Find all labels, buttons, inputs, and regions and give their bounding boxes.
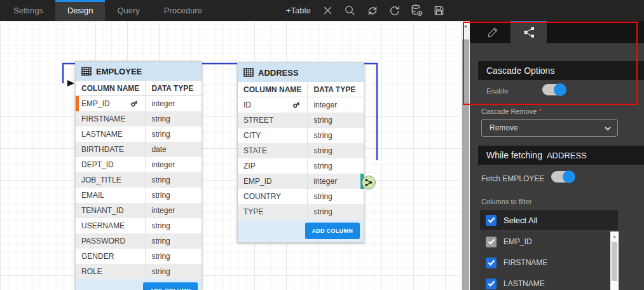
check-icon <box>488 238 495 245</box>
table-grid-icon <box>81 67 92 76</box>
fetch-employee-toggle[interactable] <box>551 171 574 183</box>
toolbar-tabs: Settings Design Query Procedure <box>1 0 214 21</box>
select-all-label: Select All <box>504 216 537 225</box>
checkbox-checked-icon[interactable] <box>486 279 497 289</box>
column-name-cell: LASTNAME <box>76 127 145 142</box>
fetching-table-name: ADDRESS <box>547 151 587 160</box>
column-name-cell: TYPE <box>238 204 307 219</box>
er-table-title[interactable]: EMPLOYEE <box>76 62 202 81</box>
scroll-up-arrow-icon[interactable]: ▲ <box>610 231 619 240</box>
table-row[interactable]: TENANT_IDinteger <box>76 203 202 218</box>
table-row[interactable]: EMAILstring <box>76 188 202 203</box>
data-type-cell: integer <box>145 96 202 111</box>
table-row[interactable]: FIRSTNAMEstring <box>76 111 202 127</box>
er-table-employee[interactable]: EMPLOYEECOLUMN NAMEDATA TYPEEMP_IDintege… <box>75 61 202 290</box>
data-type-cell: string <box>145 127 202 142</box>
data-type-header: DATA TYPE <box>307 82 364 97</box>
check-icon <box>488 280 495 287</box>
data-type-cell: string <box>307 158 364 174</box>
column-name-cell: FIRSTNAME <box>76 111 145 127</box>
enable-toggle[interactable] <box>542 84 565 95</box>
table-row[interactable]: LASTNAMEstring <box>76 127 202 142</box>
data-type-cell: integer <box>145 157 202 172</box>
filter-column-row[interactable]: LASTNAME <box>480 273 618 290</box>
filter-column-row[interactable]: FIRSTNAME <box>480 252 618 273</box>
relation-line <box>0 21 462 290</box>
relation-properties-panel: Cascade Options Enable Cascade Remove* R… <box>470 21 644 290</box>
data-type-cell: string <box>145 172 202 188</box>
table-row[interactable]: IDinteger <box>238 97 364 113</box>
table-row[interactable]: EMP_IDinteger <box>76 96 202 111</box>
tab-query[interactable]: Query <box>105 0 151 21</box>
er-table-footer: ADD COLUMN <box>76 279 202 290</box>
column-name-cell: STATE <box>238 143 307 158</box>
cascade-options-title: Cascade Options <box>486 66 554 76</box>
db-export-icon[interactable] <box>410 4 424 18</box>
table-row[interactable]: COUNTRYstring <box>238 189 364 204</box>
table-row[interactable]: EMP_IDinteger <box>238 174 364 189</box>
while-fetching-header: While fetching ADDRESS <box>478 146 644 165</box>
filter-column-label: EMP_ID <box>504 237 532 246</box>
scrollbar-thumb[interactable] <box>612 242 617 281</box>
column-name-cell: STREET <box>238 113 307 128</box>
column-name-cell: EMP_ID <box>76 96 145 111</box>
column-name-cell: PASSWORD <box>76 233 145 249</box>
filter-column-row[interactable]: EMP_ID <box>480 231 618 252</box>
filter-list-scrollbar[interactable]: ▲ <box>610 231 619 290</box>
table-row[interactable]: ROLEstring <box>76 264 202 279</box>
data-type-cell: string <box>145 188 202 203</box>
select-all-row[interactable]: Select All <box>480 210 618 230</box>
add-column-button[interactable]: ADD COLUMN <box>305 223 360 239</box>
table-row[interactable]: CITYstring <box>238 128 364 143</box>
redo-icon[interactable] <box>388 4 402 18</box>
save-icon[interactable] <box>432 4 446 18</box>
chevron-down-icon <box>604 125 612 132</box>
checkbox-checked-icon[interactable] <box>486 258 497 268</box>
columns-filter-list: Select AllEMP_IDFIRSTNAMELASTNAME <box>480 210 618 290</box>
er-table-address[interactable]: ADDRESSCOLUMN NAMEDATA TYPEIDintegerSTRE… <box>237 62 364 243</box>
scrollbar-thumb[interactable] <box>462 39 469 290</box>
column-name-cell: GENDER <box>76 249 145 264</box>
tab-edit-pencil[interactable] <box>474 21 510 43</box>
er-table-name: EMPLOYEE <box>96 67 142 76</box>
close-icon[interactable] <box>321 4 335 18</box>
data-type-cell: string <box>307 143 364 158</box>
tab-settings[interactable]: Settings <box>1 0 55 21</box>
primary-key-icon <box>291 99 303 110</box>
cascade-remove-select[interactable]: Remove <box>481 119 618 137</box>
table-row[interactable]: BIRTHDATEdate <box>76 142 202 157</box>
crows-foot-icon <box>364 178 373 187</box>
scroll-up-arrow-icon[interactable]: ▲ <box>462 21 470 30</box>
table-row[interactable]: ZIPstring <box>238 158 364 174</box>
er-table-title[interactable]: ADDRESS <box>238 63 364 82</box>
design-canvas[interactable]: EMPLOYEECOLUMN NAMEDATA TYPEEMP_IDintege… <box>0 21 462 290</box>
table-row[interactable]: DEPT_IDinteger <box>76 157 202 172</box>
table-row[interactable]: GENDERstring <box>76 249 202 264</box>
table-row[interactable]: STATEstring <box>238 143 364 158</box>
table-row[interactable]: USERNAMEstring <box>76 218 202 233</box>
tab-design[interactable]: Design <box>55 0 105 21</box>
column-name-cell: COUNTRY <box>238 189 307 204</box>
relation-endpoint-connector[interactable] <box>362 176 376 190</box>
tab-procedure[interactable]: Procedure <box>152 0 214 21</box>
table-row[interactable]: TYPEstring <box>238 204 364 219</box>
panel-scrollbar[interactable]: ▲ <box>462 21 470 290</box>
search-icon[interactable] <box>343 4 357 18</box>
checkbox-checked-icon[interactable] <box>486 215 497 226</box>
check-icon <box>488 259 495 266</box>
filter-column-label: FIRSTNAME <box>504 258 547 267</box>
relation-icon <box>523 26 535 39</box>
table-row[interactable]: PASSWORDstring <box>76 233 202 249</box>
er-column-headers: COLUMN NAMEDATA TYPE <box>238 82 364 97</box>
add-table-button[interactable]: +Table <box>286 6 311 15</box>
table-row[interactable]: STREETstring <box>238 113 364 128</box>
column-name-cell: BIRTHDATE <box>76 142 145 157</box>
table-row[interactable]: JOB_TITLEstring <box>76 172 202 188</box>
primary-key-icon <box>129 97 140 109</box>
data-type-cell: string <box>145 233 202 249</box>
while-fetching-prefix: While fetching <box>486 150 542 160</box>
tab-relation[interactable] <box>510 21 547 43</box>
sync-icon[interactable] <box>366 4 380 18</box>
columns-to-filter-label: Columns to filter <box>481 198 531 205</box>
add-column-button[interactable]: ADD COLUMN <box>143 282 198 290</box>
